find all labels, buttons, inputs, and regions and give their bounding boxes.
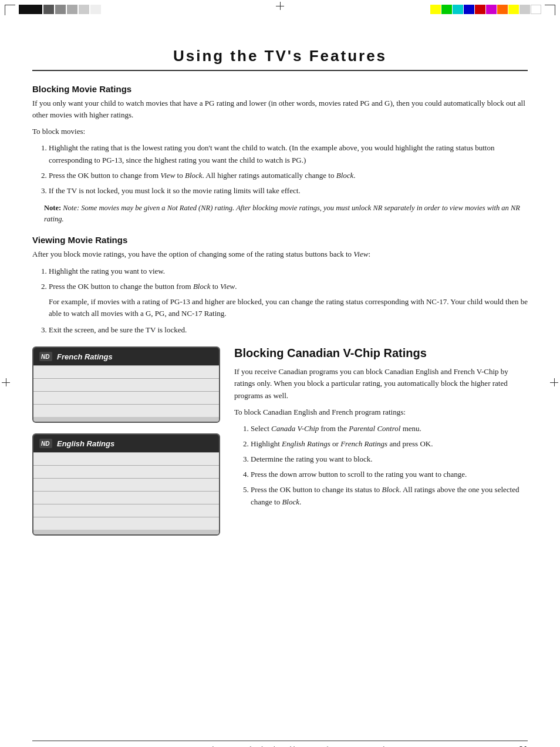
blocking-movie-intro2: To block movies: bbox=[32, 126, 528, 137]
color-white bbox=[531, 5, 541, 14]
english-ratings-label: English Ratings bbox=[57, 439, 114, 448]
bar-lighter-gray bbox=[79, 5, 89, 14]
french-ratings-header: ND French Ratings bbox=[33, 348, 219, 365]
color-yellow bbox=[430, 5, 441, 14]
crosshair-top bbox=[276, 2, 284, 10]
viewing-movie-heading: Viewing Movie Ratings bbox=[32, 235, 528, 245]
blocking-step-1: Highlight the rating that is the lowest … bbox=[49, 142, 528, 166]
col-left: ND French Ratings bbox=[32, 346, 220, 536]
color-blue bbox=[464, 5, 474, 14]
french-row-2 bbox=[33, 378, 219, 391]
bar-light-gray bbox=[67, 5, 77, 14]
viewing-step-2: Press the OK button to change the button… bbox=[49, 281, 528, 319]
title-rule bbox=[32, 70, 528, 71]
svg-text:ND: ND bbox=[41, 440, 49, 447]
english-ratings-header: ND English Ratings bbox=[33, 435, 219, 452]
blocking-step-3: If the TV is not locked, you must lock i… bbox=[49, 185, 528, 197]
blocking-canadian-heading: Blocking Canadian V-Chip Ratings bbox=[234, 346, 528, 360]
main-content: Using the TV's Features Blocking Movie R… bbox=[0, 18, 560, 571]
viewing-step-1: Highlight the rating you want to view. bbox=[49, 265, 528, 277]
french-row-3 bbox=[33, 391, 219, 404]
bar-dark-gray bbox=[43, 5, 54, 14]
top-bar-right bbox=[430, 5, 541, 14]
section-blocking-movie: Blocking Movie Ratings If you only want … bbox=[32, 84, 528, 224]
canadian-step-3: Determine the rating you want to block. bbox=[251, 453, 528, 465]
blocking-canadian-steps: Select Canada V-Chip from the Parental C… bbox=[234, 423, 528, 508]
english-row-3 bbox=[33, 478, 219, 491]
color-cyan bbox=[453, 5, 463, 14]
bar-mid-gray bbox=[55, 5, 66, 14]
section-viewing-movie: Viewing Movie Ratings After you block mo… bbox=[32, 235, 528, 336]
viewing-step-3: Exit the screen, and be sure the TV is l… bbox=[49, 324, 528, 336]
color-gray bbox=[519, 5, 530, 14]
color-orange bbox=[497, 5, 508, 14]
english-row-6 bbox=[33, 517, 219, 530]
blocking-movie-steps: Highlight the rating that is the lowest … bbox=[32, 142, 528, 197]
english-spacer bbox=[33, 530, 219, 534]
color-green bbox=[441, 5, 452, 14]
bar-white-gray bbox=[90, 5, 101, 14]
english-row-2 bbox=[33, 465, 219, 478]
footer: Chapter 3 Graphics contained within this… bbox=[32, 741, 528, 747]
two-col-section: ND French Ratings bbox=[32, 346, 528, 536]
blocking-canadian-intro2: To block Canadian English and French pro… bbox=[234, 406, 528, 418]
color-red bbox=[475, 5, 485, 14]
english-row-4 bbox=[33, 491, 219, 504]
french-ratings-panel: ND French Ratings bbox=[32, 346, 220, 423]
viewing-movie-steps: Highlight the rating you want to view. P… bbox=[32, 265, 528, 337]
blocking-step-2: Press the OK button to change from View … bbox=[49, 170, 528, 181]
top-bar-left bbox=[19, 5, 101, 14]
page: Using the TV's Features Blocking Movie R… bbox=[0, 18, 560, 747]
viewing-step-2-detail: For example, if movies with a rating of … bbox=[49, 296, 528, 319]
viewing-movie-intro: After you block movie ratings, you have … bbox=[32, 248, 528, 260]
canadian-step-5: Press the OK button to change its status… bbox=[251, 484, 528, 507]
blocking-canadian-intro: If you receive Canadian programs you can… bbox=[234, 366, 528, 401]
nd-icon-french: ND bbox=[39, 352, 52, 361]
canadian-step-1: Select Canada V-Chip from the Parental C… bbox=[251, 423, 528, 435]
bar-black bbox=[19, 5, 42, 14]
english-ratings-panel: ND English Ratings bbox=[32, 433, 220, 536]
french-spacer bbox=[33, 417, 219, 422]
nd-icon-english: ND bbox=[39, 439, 52, 448]
col-right: Blocking Canadian V-Chip Ratings If you … bbox=[234, 346, 528, 512]
canadian-step-4: Press the down arrow button to scroll to… bbox=[251, 469, 528, 480]
corner-mark-tr bbox=[545, 5, 555, 15]
footer-page-number: 21 bbox=[518, 745, 528, 747]
page-title: Using the TV's Features bbox=[32, 41, 528, 65]
color-magenta bbox=[486, 5, 497, 14]
french-row-4 bbox=[33, 404, 219, 417]
corner-mark-tl bbox=[5, 5, 15, 15]
french-row-1 bbox=[33, 365, 219, 378]
english-row-1 bbox=[33, 452, 219, 465]
color-yellow2 bbox=[508, 5, 519, 14]
blocking-movie-intro1: If you only want your child to watch mov… bbox=[32, 97, 528, 121]
footer-chapter: Chapter 3 bbox=[32, 745, 68, 748]
english-row-5 bbox=[33, 504, 219, 517]
blocking-movie-heading: Blocking Movie Ratings bbox=[32, 84, 528, 94]
french-ratings-label: French Ratings bbox=[57, 352, 113, 361]
canadian-step-2: Highlight English Ratings or French Rati… bbox=[251, 438, 528, 450]
blocking-movie-note: Note: Note: Some movies may be given a N… bbox=[44, 203, 528, 225]
svg-text:ND: ND bbox=[41, 354, 49, 360]
